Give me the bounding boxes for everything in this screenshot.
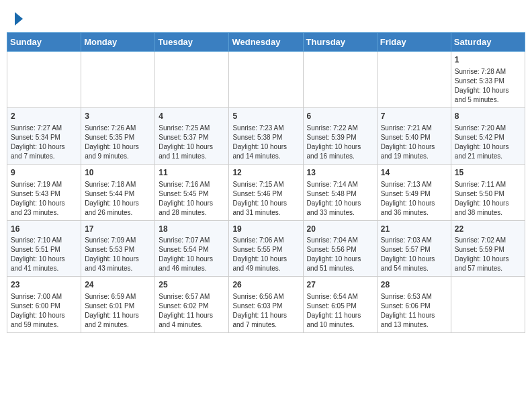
calendar-week-row: 2Sunrise: 7:27 AM Sunset: 5:34 PM Daylig…: [7, 107, 525, 164]
calendar-day-cell: 5Sunrise: 7:23 AM Sunset: 5:38 PM Daylig…: [229, 107, 303, 164]
calendar-day-cell: [229, 52, 303, 108]
calendar-day-cell: 15Sunrise: 7:11 AM Sunset: 5:50 PM Dayli…: [451, 164, 525, 220]
calendar-day-cell: 22Sunrise: 7:02 AM Sunset: 5:59 PM Dayli…: [451, 220, 525, 277]
day-info: Sunrise: 7:10 AM Sunset: 5:51 PM Dayligh…: [11, 236, 77, 273]
day-of-week-header: Wednesday: [229, 33, 303, 52]
calendar-day-cell: 27Sunrise: 6:54 AM Sunset: 6:05 PM Dayli…: [303, 277, 377, 333]
calendar-day-cell: 4Sunrise: 7:25 AM Sunset: 5:37 PM Daylig…: [155, 107, 229, 164]
calendar-day-cell: [451, 277, 525, 333]
day-info: Sunrise: 7:27 AM Sunset: 5:34 PM Dayligh…: [11, 124, 77, 161]
calendar-header-row: SundayMondayTuesdayWednesdayThursdayFrid…: [7, 33, 525, 52]
calendar-day-cell: [303, 52, 377, 108]
day-number: 14: [381, 167, 447, 179]
day-number: 23: [11, 279, 77, 291]
day-number: 10: [85, 167, 151, 179]
day-of-week-header: Friday: [377, 33, 451, 52]
day-number: 3: [85, 111, 151, 122]
day-info: Sunrise: 7:09 AM Sunset: 5:53 PM Dayligh…: [85, 236, 151, 273]
day-info: Sunrise: 7:16 AM Sunset: 5:45 PM Dayligh…: [159, 180, 225, 218]
day-number: 18: [159, 224, 225, 235]
day-info: Sunrise: 7:13 AM Sunset: 5:49 PM Dayligh…: [381, 180, 447, 218]
day-number: 27: [307, 279, 373, 291]
calendar-day-cell: 2Sunrise: 7:27 AM Sunset: 5:34 PM Daylig…: [7, 107, 81, 164]
day-info: Sunrise: 7:02 AM Sunset: 5:59 PM Dayligh…: [455, 236, 521, 273]
day-number: 28: [381, 279, 447, 291]
day-info: Sunrise: 7:04 AM Sunset: 5:56 PM Dayligh…: [307, 236, 373, 273]
day-info: Sunrise: 7:07 AM Sunset: 5:54 PM Dayligh…: [159, 236, 225, 273]
calendar-day-cell: 10Sunrise: 7:18 AM Sunset: 5:44 PM Dayli…: [81, 164, 155, 220]
calendar-day-cell: [377, 52, 451, 108]
calendar-day-cell: 1Sunrise: 7:28 AM Sunset: 5:33 PM Daylig…: [451, 52, 525, 108]
day-number: 1: [455, 54, 521, 66]
day-number: 21: [381, 224, 447, 235]
day-of-week-header: Tuesday: [155, 33, 229, 52]
day-info: Sunrise: 7:28 AM Sunset: 5:33 PM Dayligh…: [455, 67, 521, 105]
day-info: Sunrise: 7:03 AM Sunset: 5:57 PM Dayligh…: [381, 236, 447, 273]
day-number: 24: [85, 279, 151, 291]
calendar-day-cell: 21Sunrise: 7:03 AM Sunset: 5:57 PM Dayli…: [377, 220, 451, 277]
calendar-day-cell: 23Sunrise: 7:00 AM Sunset: 6:00 PM Dayli…: [7, 277, 81, 333]
day-of-week-header: Thursday: [303, 33, 377, 52]
calendar-day-cell: 13Sunrise: 7:14 AM Sunset: 5:48 PM Dayli…: [303, 164, 377, 220]
page-header: [7, 7, 525, 32]
day-info: Sunrise: 6:57 AM Sunset: 6:02 PM Dayligh…: [159, 292, 225, 330]
day-of-week-header: Sunday: [7, 33, 81, 52]
calendar-day-cell: 25Sunrise: 6:57 AM Sunset: 6:02 PM Dayli…: [155, 277, 229, 333]
day-number: 4: [159, 111, 225, 122]
day-number: 15: [455, 167, 521, 179]
day-number: 12: [232, 167, 299, 179]
day-info: Sunrise: 7:00 AM Sunset: 6:00 PM Dayligh…: [11, 292, 77, 330]
calendar-day-cell: 16Sunrise: 7:10 AM Sunset: 5:51 PM Dayli…: [7, 220, 81, 277]
day-number: 13: [307, 167, 373, 179]
calendar-day-cell: [155, 52, 229, 108]
calendar-day-cell: 26Sunrise: 6:56 AM Sunset: 6:03 PM Dayli…: [229, 277, 303, 333]
day-number: 17: [85, 224, 151, 235]
calendar-day-cell: 19Sunrise: 7:06 AM Sunset: 5:55 PM Dayli…: [229, 220, 303, 277]
day-number: 25: [159, 279, 225, 291]
day-info: Sunrise: 7:18 AM Sunset: 5:44 PM Dayligh…: [85, 180, 151, 218]
calendar-day-cell: 11Sunrise: 7:16 AM Sunset: 5:45 PM Dayli…: [155, 164, 229, 220]
day-number: 7: [381, 111, 447, 122]
calendar-day-cell: 8Sunrise: 7:20 AM Sunset: 5:42 PM Daylig…: [451, 107, 525, 164]
day-number: 9: [11, 167, 77, 179]
day-info: Sunrise: 7:26 AM Sunset: 5:35 PM Dayligh…: [85, 124, 151, 161]
day-number: 22: [455, 224, 521, 235]
day-info: Sunrise: 7:06 AM Sunset: 5:55 PM Dayligh…: [232, 236, 299, 273]
calendar-week-row: 9Sunrise: 7:19 AM Sunset: 5:43 PM Daylig…: [7, 164, 525, 220]
day-info: Sunrise: 7:23 AM Sunset: 5:38 PM Dayligh…: [232, 124, 299, 161]
calendar-day-cell: 14Sunrise: 7:13 AM Sunset: 5:49 PM Dayli…: [377, 164, 451, 220]
day-info: Sunrise: 6:53 AM Sunset: 6:06 PM Dayligh…: [381, 292, 447, 330]
day-info: Sunrise: 7:11 AM Sunset: 5:50 PM Dayligh…: [455, 180, 521, 218]
calendar-day-cell: [7, 52, 81, 108]
day-number: 26: [232, 279, 299, 291]
calendar-day-cell: 24Sunrise: 6:59 AM Sunset: 6:01 PM Dayli…: [81, 277, 155, 333]
calendar-day-cell: [81, 52, 155, 108]
calendar-week-row: 1Sunrise: 7:28 AM Sunset: 5:33 PM Daylig…: [7, 52, 525, 108]
day-info: Sunrise: 7:25 AM Sunset: 5:37 PM Dayligh…: [159, 124, 225, 161]
day-info: Sunrise: 6:54 AM Sunset: 6:05 PM Dayligh…: [307, 292, 373, 330]
calendar-day-cell: 9Sunrise: 7:19 AM Sunset: 5:43 PM Daylig…: [7, 164, 81, 220]
calendar-day-cell: 18Sunrise: 7:07 AM Sunset: 5:54 PM Dayli…: [155, 220, 229, 277]
day-info: Sunrise: 6:59 AM Sunset: 6:01 PM Dayligh…: [85, 292, 151, 330]
day-of-week-header: Monday: [81, 33, 155, 52]
calendar-day-cell: 3Sunrise: 7:26 AM Sunset: 5:35 PM Daylig…: [81, 107, 155, 164]
calendar-day-cell: 12Sunrise: 7:15 AM Sunset: 5:46 PM Dayli…: [229, 164, 303, 220]
day-info: Sunrise: 7:15 AM Sunset: 5:46 PM Dayligh…: [232, 180, 299, 218]
day-of-week-header: Saturday: [451, 33, 525, 52]
day-info: Sunrise: 7:22 AM Sunset: 5:39 PM Dayligh…: [307, 124, 373, 161]
day-number: 2: [11, 111, 77, 122]
calendar-table: SundayMondayTuesdayWednesdayThursdayFrid…: [7, 32, 525, 333]
logo: [13, 12, 23, 28]
calendar-day-cell: 20Sunrise: 7:04 AM Sunset: 5:56 PM Dayli…: [303, 220, 377, 277]
day-number: 19: [232, 224, 299, 235]
calendar-day-cell: 28Sunrise: 6:53 AM Sunset: 6:06 PM Dayli…: [377, 277, 451, 333]
day-info: Sunrise: 7:19 AM Sunset: 5:43 PM Dayligh…: [11, 180, 77, 218]
day-info: Sunrise: 6:56 AM Sunset: 6:03 PM Dayligh…: [232, 292, 299, 330]
logo-arrow-icon: [15, 12, 23, 26]
day-number: 11: [159, 167, 225, 179]
day-number: 8: [455, 111, 521, 122]
day-number: 5: [232, 111, 299, 122]
day-info: Sunrise: 7:20 AM Sunset: 5:42 PM Dayligh…: [455, 124, 521, 161]
day-number: 20: [307, 224, 373, 235]
day-number: 6: [307, 111, 373, 122]
